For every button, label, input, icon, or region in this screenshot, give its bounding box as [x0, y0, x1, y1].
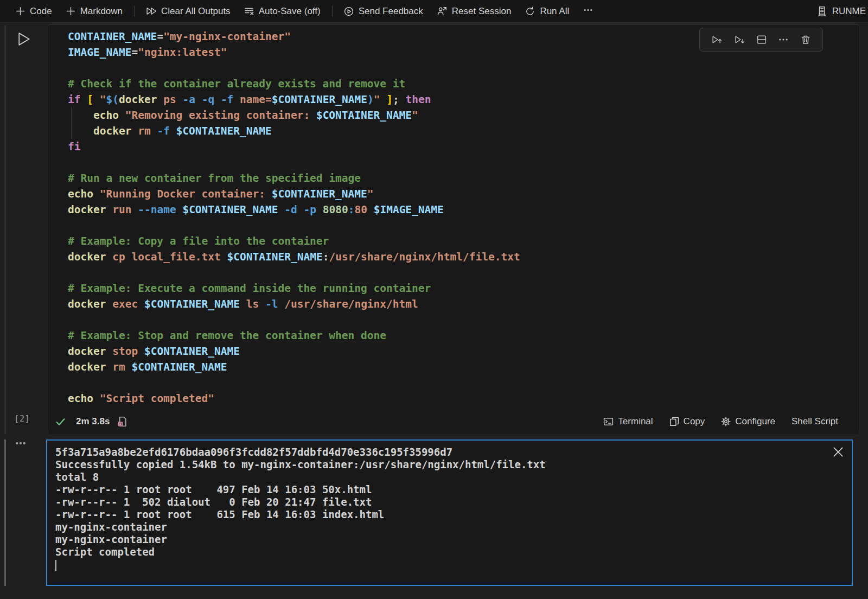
plus-icon: [16, 7, 25, 16]
success-check-icon: [55, 416, 66, 428]
output-line: Script completed: [55, 546, 825, 558]
runme-icon: [816, 6, 827, 17]
code-line: [68, 218, 853, 233]
copy-button[interactable]: Copy: [669, 416, 705, 427]
output-text[interactable]: 5f3a715a9a8be2efd6176bdaa096f3fcdd82f57d…: [55, 446, 825, 583]
output-line: Successfully copied 1.54kB to my-nginx-c…: [55, 458, 825, 471]
code-line: # Example: Stop and remove the container…: [68, 328, 853, 343]
reset-icon: [525, 7, 535, 16]
cell-hover-toolbar: [699, 28, 823, 52]
clear-outputs-icon: [245, 7, 254, 16]
code-line: # Example: Copy a file into the containe…: [68, 233, 853, 249]
feedback-icon: [437, 7, 447, 16]
output-line: total 8: [55, 471, 825, 483]
add-code-cell-button[interactable]: Code: [9, 0, 59, 22]
code-line: docker rm $CONTAINER_NAME: [68, 359, 853, 375]
terminal-cursor-line: [55, 558, 825, 571]
output-line: 5f3a715a9a8be2efd6176bdaa096f3fcdd82f57d…: [55, 446, 825, 458]
code-line: docker stop $CONTAINER_NAME: [68, 343, 853, 359]
terminal-label: Terminal: [618, 416, 653, 427]
cell-output-panel: 5f3a715a9a8be2efd6176bdaa096f3fcdd82f57d…: [46, 439, 853, 586]
add-markdown-cell-button[interactable]: Markdown: [59, 0, 130, 22]
notebook-window: Code Markdown Clear All Outputs Auto-Sav…: [0, 0, 868, 599]
output-line: -rw-r--r-- 1 root root 497 Feb 14 16:03 …: [55, 483, 825, 496]
code-line: if [ "$(docker ps -a -q -f name=$CONTAIN…: [68, 92, 853, 107]
run-cell-button[interactable]: [16, 31, 31, 47]
add-markdown-label: Markdown: [80, 6, 123, 17]
run-all-label: Clear All Outputs: [161, 6, 231, 17]
output-line: -rw-r--r-- 1 root root 615 Feb 14 16:03 …: [55, 508, 825, 521]
code-line: fi: [68, 139, 853, 155]
close-output-button[interactable]: [832, 446, 844, 458]
reset-session-label: Run All: [540, 6, 569, 17]
code-line: [68, 60, 853, 76]
add-code-label: Code: [30, 6, 52, 17]
run-all-icon: [146, 7, 156, 16]
language-picker[interactable]: Shell Script: [792, 416, 838, 427]
runme-label: RUNME: [832, 6, 866, 17]
configure-label: Configure: [735, 416, 775, 427]
code-line: # Run a new container from the specified…: [68, 170, 853, 186]
code-line: echo "Script completed": [68, 391, 853, 406]
code-cell: CONTAINER_NAME="my-nginx-container"IMAGE…: [48, 24, 859, 435]
code-line: # Example: Execute a command inside the …: [68, 281, 853, 296]
send-feedback-label: Reset Session: [452, 6, 512, 17]
toolbar-separator: [134, 6, 135, 17]
code-line: echo "Removing existing container: $CONT…: [68, 107, 853, 123]
toolbar-separator: [332, 6, 333, 17]
run-all-button[interactable]: Clear All Outputs: [139, 0, 238, 22]
gear-icon: [721, 417, 731, 426]
delete-cell-button[interactable]: [801, 35, 810, 44]
terminal-cursor: [55, 560, 56, 571]
copy-label: Copy: [684, 416, 705, 427]
run-below-button[interactable]: [735, 35, 745, 44]
output-line: my-nginx-container: [55, 533, 825, 546]
configure-button[interactable]: Configure: [721, 416, 775, 427]
clear-all-outputs-label: Auto-Save (off): [259, 6, 321, 17]
cell-focus-bar[interactable]: [4, 26, 6, 434]
cell-status-bar: 2m 3.8s Terminal Copy Configure: [48, 409, 859, 435]
output-focus-bar[interactable]: [4, 439, 6, 586]
code-line: [68, 265, 853, 281]
execution-duration: 2m 3.8s: [76, 416, 110, 427]
ellipsis-icon: [583, 5, 593, 17]
code-line: docker run --name $CONTAINER_NAME -d -p …: [68, 202, 853, 218]
code-line: [68, 375, 853, 391]
code-line: [68, 155, 853, 170]
code-editor[interactable]: CONTAINER_NAME="my-nginx-container"IMAGE…: [68, 29, 853, 407]
send-feedback-button[interactable]: Reset Session: [430, 0, 519, 22]
code-line: docker exec $CONTAINER_NAME ls -l /usr/s…: [68, 296, 853, 312]
plus-icon: [66, 7, 75, 16]
language-label: Shell Script: [792, 416, 838, 427]
runme-kernel-button[interactable]: RUNME: [816, 6, 868, 17]
output-options-button[interactable]: [14, 438, 27, 450]
notebook-toolbar: Code Markdown Clear All Outputs Auto-Sav…: [0, 0, 868, 23]
code-line: echo "Running Docker container: $CONTAIN…: [68, 186, 853, 202]
reset-session-button[interactable]: Run All: [518, 0, 576, 22]
code-line: docker cp local_file.txt $CONTAINER_NAME…: [68, 249, 853, 265]
output-line: my-nginx-container: [55, 521, 825, 533]
toolbar-more-button[interactable]: [576, 0, 600, 22]
code-line: [68, 312, 853, 328]
more-actions-button[interactable]: [778, 35, 788, 44]
execution-count: [2]: [14, 413, 30, 424]
copy-icon: [669, 417, 679, 426]
clear-all-outputs-button[interactable]: Auto-Save (off): [238, 0, 328, 22]
auto-save-icon: [344, 7, 354, 16]
terminal-icon: [603, 417, 614, 426]
code-line: # Check if the container already exists …: [68, 76, 853, 92]
split-cell-button[interactable]: [757, 35, 767, 44]
auto-save-toggle[interactable]: Send Feedback: [337, 0, 430, 22]
auto-save-label: Send Feedback: [359, 6, 423, 17]
session-output-icon[interactable]: [117, 416, 128, 427]
run-above-button[interactable]: [712, 35, 722, 44]
code-line: docker rm -f $CONTAINER_NAME: [68, 123, 853, 139]
terminal-button[interactable]: Terminal: [603, 416, 653, 427]
output-line: -rw-r--r-- 1 502 dialout 0 Feb 20 21:47 …: [55, 496, 825, 508]
